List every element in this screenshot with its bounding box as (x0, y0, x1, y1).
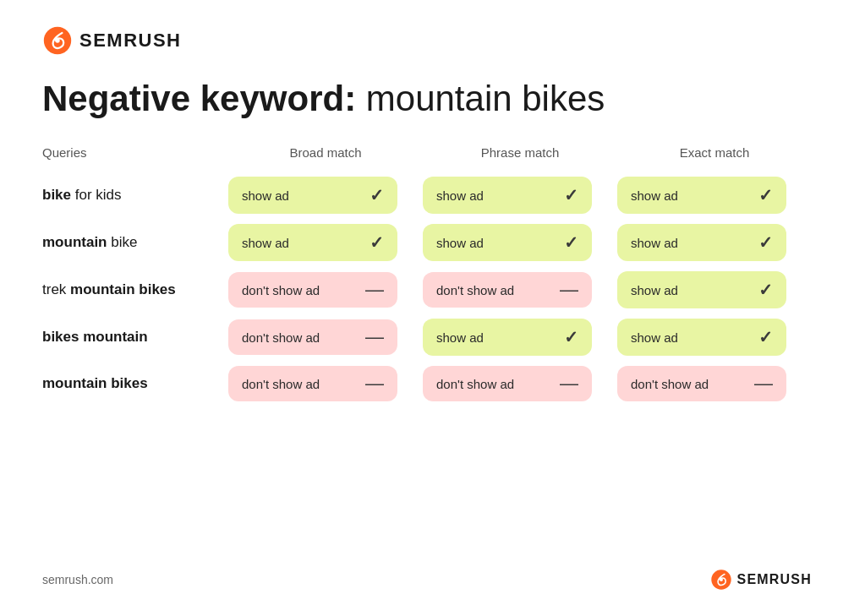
badge-cell-phrase: don't show ad— (423, 266, 617, 313)
badge-cell-exact: show ad✓ (617, 172, 812, 219)
badge-label: show ad (631, 330, 678, 345)
check-icon: ✓ (758, 185, 773, 205)
badge-cell-broad: show ad✓ (228, 172, 423, 219)
badge-broad: show ad✓ (228, 224, 397, 261)
badge-broad: don't show ad— (228, 319, 397, 355)
badge-phrase: show ad✓ (423, 177, 592, 214)
dash-icon: — (365, 281, 384, 299)
header: SEMRUSH (42, 25, 812, 56)
table-row: bike for kidsshow ad✓show ad✓show ad✓ (42, 172, 812, 219)
footer-logo: SEMRUSH (710, 569, 812, 591)
check-icon: ✓ (564, 232, 578, 253)
badge-cell-phrase: show ad✓ (423, 219, 617, 266)
badge-broad: don't show ad— (228, 272, 397, 308)
query-cell: mountain bikes (42, 361, 228, 406)
check-icon: ✓ (564, 185, 578, 205)
badge-label: don't show ad (242, 283, 320, 297)
check-icon: ✓ (370, 185, 384, 205)
query-cell: bikes mountain (42, 313, 228, 361)
badge-exact: show ad✓ (617, 319, 786, 356)
badge-label: show ad (436, 188, 484, 203)
badge-cell-phrase: don't show ad— (423, 361, 617, 406)
keyword-table: Queries Broad match Phrase match Exact m… (42, 145, 812, 406)
query-cell: trek mountain bikes (42, 266, 228, 313)
badge-cell-exact: show ad✓ (617, 219, 812, 266)
badge-exact: show ad✓ (617, 224, 786, 261)
badge-cell-broad: don't show ad— (228, 266, 423, 313)
table-row: trek mountain bikesdon't show ad—don't s… (42, 266, 812, 313)
badge-cell-exact: don't show ad— (617, 361, 812, 406)
badge-label: don't show ad (436, 377, 514, 391)
dash-icon: — (365, 374, 384, 393)
badge-broad: show ad✓ (228, 177, 397, 214)
badge-broad: don't show ad— (228, 366, 397, 401)
badge-phrase: don't show ad— (423, 366, 592, 401)
badge-cell-broad: don't show ad— (228, 313, 423, 361)
badge-label: don't show ad (242, 377, 320, 391)
check-icon: ✓ (758, 327, 773, 347)
semrush-logo-icon (42, 25, 73, 56)
svg-point-3 (720, 578, 723, 581)
query-cell: mountain bike (42, 219, 228, 266)
table-row: mountain bikeshow ad✓show ad✓show ad✓ (42, 219, 812, 266)
col-header-broad: Broad match (228, 145, 423, 172)
table-row: bikes mountaindon't show ad—show ad✓show… (42, 313, 812, 361)
col-header-phrase: Phrase match (423, 145, 617, 172)
badge-label: don't show ad (242, 330, 320, 345)
logo: SEMRUSH (42, 25, 182, 56)
badge-cell-broad: don't show ad— (228, 361, 423, 406)
logo-text: SEMRUSH (79, 30, 182, 52)
check-icon: ✓ (564, 327, 578, 347)
badge-label: show ad (631, 283, 678, 297)
badge-cell-broad: show ad✓ (228, 219, 423, 266)
badge-cell-phrase: show ad✓ (423, 172, 617, 219)
check-icon: ✓ (758, 280, 773, 300)
col-header-exact: Exact match (617, 145, 812, 172)
col-header-queries: Queries (42, 145, 228, 172)
footer-semrush-icon (710, 569, 732, 591)
footer: semrush.com SEMRUSH (42, 569, 812, 591)
dash-icon: — (560, 281, 578, 299)
dash-icon: — (560, 374, 578, 393)
badge-label: show ad (242, 188, 289, 203)
main-table-wrapper: Queries Broad match Phrase match Exact m… (42, 145, 812, 553)
check-icon: ✓ (758, 232, 773, 253)
page: SEMRUSH Negative keyword: mountain bikes… (0, 0, 854, 616)
badge-exact: show ad✓ (617, 177, 786, 214)
check-icon: ✓ (370, 232, 384, 253)
badge-cell-exact: show ad✓ (617, 266, 812, 313)
badge-phrase: show ad✓ (423, 224, 592, 261)
badge-cell-phrase: show ad✓ (423, 313, 617, 361)
badge-label: show ad (436, 236, 484, 250)
page-title: Negative keyword: mountain bikes (42, 79, 812, 118)
badge-label: show ad (631, 236, 678, 250)
table-row: mountain bikesdon't show ad—don't show a… (42, 361, 812, 406)
badge-label: don't show ad (436, 283, 514, 297)
badge-exact: show ad✓ (617, 271, 786, 308)
query-cell: bike for kids (42, 172, 228, 219)
badge-phrase: don't show ad— (423, 272, 592, 308)
badge-phrase: show ad✓ (423, 319, 592, 356)
badge-label: show ad (242, 236, 289, 250)
badge-label: don't show ad (631, 377, 709, 391)
svg-point-1 (55, 38, 59, 42)
badge-exact: don't show ad— (617, 366, 786, 401)
badge-label: show ad (436, 330, 484, 345)
dash-icon: — (754, 374, 773, 393)
dash-icon: — (365, 328, 384, 346)
footer-url: semrush.com (42, 573, 113, 586)
footer-logo-text: SEMRUSH (737, 572, 812, 587)
badge-label: show ad (631, 188, 678, 203)
badge-cell-exact: show ad✓ (617, 313, 812, 361)
